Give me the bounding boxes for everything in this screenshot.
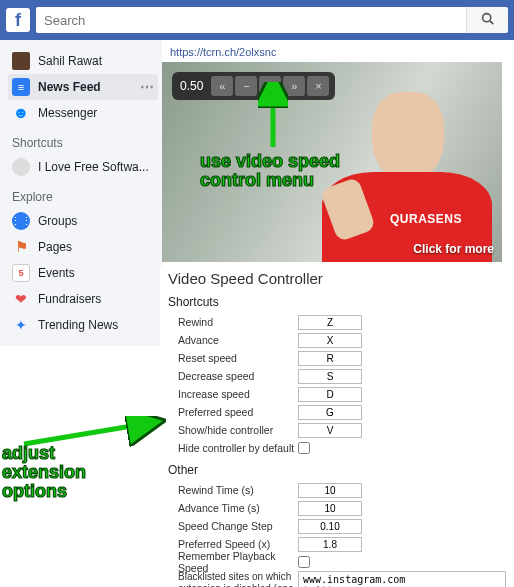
search-icon: [481, 12, 494, 25]
pages-label: Pages: [38, 240, 72, 254]
shortcut-label: Reset speed: [168, 352, 298, 364]
other-label: Advance Time (s): [168, 502, 298, 514]
more-icon[interactable]: ⋯: [140, 79, 154, 95]
sidebar-item-profile[interactable]: Sahil Rawat: [8, 48, 158, 74]
events-icon: 5: [12, 264, 30, 282]
other-label: Preferred Speed (x): [168, 538, 298, 550]
other-row: Advance Time (s): [168, 499, 506, 517]
fundraisers-icon: ❤: [12, 290, 30, 308]
shortcut-label: Preferred speed: [168, 406, 298, 418]
shortcut-input[interactable]: [298, 387, 362, 402]
speed-value: 0.50: [178, 79, 209, 93]
speed-close-button[interactable]: ×: [307, 76, 329, 96]
extension-options-panel: Video Speed Controller Shortcuts RewindA…: [160, 266, 514, 587]
shortcut-input[interactable]: [298, 423, 362, 438]
groups-label: Groups: [38, 214, 77, 228]
sidebar-item-groups[interactable]: ⋮⋮ Groups: [8, 208, 158, 234]
svg-line-4: [24, 422, 156, 444]
shortcut-input[interactable]: [298, 333, 362, 348]
shortcut-input[interactable]: [298, 315, 362, 330]
sidebar-item-pages[interactable]: ⚑ Pages: [8, 234, 158, 260]
sidebar-item-shortcut[interactable]: I Love Free Softwa...: [8, 154, 158, 180]
fundraisers-label: Fundraisers: [38, 292, 101, 306]
other-label: Rewind Time (s): [168, 484, 298, 496]
shortcut-label: Show/hide controller: [168, 424, 298, 436]
other-label: Speed Change Step: [168, 520, 298, 532]
blacklist-row: Blacklisted sites on which extension is …: [168, 571, 506, 587]
shirt-text: QURASENS: [390, 212, 462, 226]
profile-name: Sahil Rawat: [38, 54, 102, 68]
explore-heading: Explore: [8, 180, 158, 208]
shortcut-row: Decrease speed: [168, 367, 506, 385]
search-button[interactable]: [466, 7, 508, 33]
newsfeed-icon: ≡: [12, 78, 30, 96]
facebook-logo-icon[interactable]: f: [6, 8, 30, 32]
other-heading: Other: [168, 463, 506, 477]
search-wrap: [36, 7, 508, 33]
shortcut-row: Show/hide controller: [168, 421, 506, 439]
shortcut-row: Reset speed: [168, 349, 506, 367]
left-sidebar: Sahil Rawat ≡ News Feed ⋯ ☻ Messenger Sh…: [0, 40, 162, 346]
other-input[interactable]: [298, 519, 362, 534]
shortcut-label: Increase speed: [168, 388, 298, 400]
shortcut-row: Rewind: [168, 313, 506, 331]
other-input[interactable]: [298, 483, 362, 498]
events-label: Events: [38, 266, 75, 280]
trending-icon: ✦: [12, 316, 30, 334]
post-url[interactable]: https://tcrn.ch/2olxsnc: [162, 40, 514, 62]
other-row: Speed Change Step: [168, 517, 506, 535]
sidebar-item-newsfeed[interactable]: ≡ News Feed ⋯: [8, 74, 158, 100]
hide-controller-label: Hide controller by default: [168, 442, 298, 454]
sidebar-item-events[interactable]: 5 Events: [8, 260, 158, 286]
other-row: Rewind Time (s): [168, 481, 506, 499]
sidebar-item-trending[interactable]: ✦ Trending News: [8, 312, 158, 338]
hide-controller-checkbox[interactable]: [298, 442, 310, 454]
remember-speed-row: Remember Playback Speed: [168, 553, 506, 571]
svg-line-1: [490, 21, 493, 24]
settings-title: Video Speed Controller: [168, 270, 506, 287]
video-speed-overlay: 0.50 « − + » ×: [172, 72, 335, 100]
topbar: f: [0, 0, 514, 40]
hide-controller-row: Hide controller by default: [168, 439, 506, 457]
shortcuts-heading: Shortcuts: [8, 126, 158, 154]
shortcut-row: Preferred speed: [168, 403, 506, 421]
speed-rewind-button[interactable]: «: [211, 76, 233, 96]
groups-icon: ⋮⋮: [12, 212, 30, 230]
messenger-label: Messenger: [38, 106, 97, 120]
shortcut-input[interactable]: [298, 351, 362, 366]
avatar-icon: [12, 52, 30, 70]
pages-icon: ⚑: [12, 238, 30, 256]
annotation-arrow-icon: [6, 416, 166, 456]
shortcuts-heading: Shortcuts: [168, 295, 506, 309]
shortcut-label: Rewind: [168, 316, 298, 328]
shortcut-label: Decrease speed: [168, 370, 298, 382]
messenger-icon: ☻: [12, 104, 30, 122]
speed-advance-button[interactable]: »: [283, 76, 305, 96]
sidebar-item-fundraisers[interactable]: ❤ Fundraisers: [8, 286, 158, 312]
blacklist-textarea[interactable]: [298, 571, 506, 587]
shortcut-label: Advance: [168, 334, 298, 346]
other-input[interactable]: [298, 537, 362, 552]
blacklist-label: Blacklisted sites on which extension is …: [168, 571, 298, 587]
video-thumbnail: QURASENS: [312, 82, 502, 262]
newsfeed-label: News Feed: [38, 80, 101, 94]
shortcut-input[interactable]: [298, 369, 362, 384]
sidebar-item-messenger[interactable]: ☻ Messenger: [8, 100, 158, 126]
speed-decrease-button[interactable]: −: [235, 76, 257, 96]
video-player[interactable]: QURASENS Click for more 0.50 « − + » ×: [162, 62, 502, 262]
page-icon: [12, 158, 30, 176]
speed-increase-button[interactable]: +: [259, 76, 281, 96]
remember-speed-checkbox[interactable]: [298, 556, 310, 568]
search-input[interactable]: [36, 7, 466, 33]
shortcut-row: Advance: [168, 331, 506, 349]
shortcut-row: Increase speed: [168, 385, 506, 403]
shortcut-input[interactable]: [298, 405, 362, 420]
other-input[interactable]: [298, 501, 362, 516]
shortcut-label: I Love Free Softwa...: [38, 160, 149, 174]
trending-label: Trending News: [38, 318, 118, 332]
click-for-more[interactable]: Click for more: [413, 242, 494, 256]
svg-point-0: [483, 14, 491, 22]
